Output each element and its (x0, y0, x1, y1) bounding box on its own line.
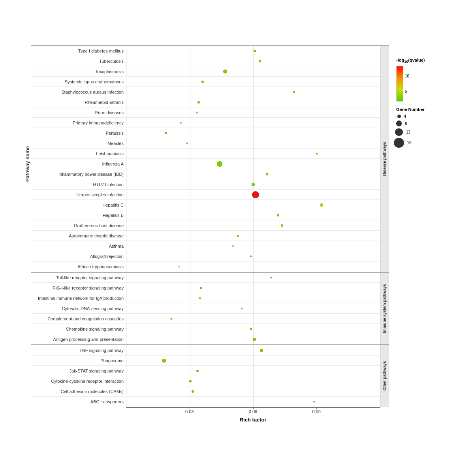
data-dot (201, 81, 204, 83)
grid-row: Antigen processing and presentation (31, 334, 380, 344)
row-label: Cytosolic DNA-sensing pathway (31, 306, 126, 311)
data-dot (180, 122, 182, 124)
vgrid-line (253, 376, 254, 386)
vgrid-line (190, 138, 190, 148)
data-dot (320, 203, 323, 207)
vgrid-line (317, 220, 317, 230)
vgrid-line (253, 87, 254, 97)
row-label: Herpes simplex infection (31, 192, 126, 197)
vgrid-line (190, 293, 190, 303)
row-plot-area (126, 251, 380, 261)
vgrid-line (317, 118, 317, 128)
data-dot (253, 338, 256, 341)
row-label: Measles (31, 141, 126, 146)
vgrid-line (190, 334, 190, 344)
vgrid-line (317, 376, 317, 386)
grid-row: Measles (31, 138, 380, 149)
row-label: Toll-like receptor signaling pathway (31, 275, 126, 280)
row-plot-area (126, 262, 380, 272)
vgrid-line (190, 179, 190, 189)
row-plot-area (126, 107, 380, 117)
vgrid-line (190, 345, 190, 355)
vgrid-line (253, 107, 254, 117)
vgrid-line (253, 77, 254, 87)
row-label: HTLV-I infection (31, 182, 126, 187)
row-label: Leishmaniasis (31, 151, 126, 156)
x-tick: 0.09 (312, 409, 321, 414)
y-axis-label: Pathway name (24, 146, 30, 182)
row-plot-area (126, 283, 380, 293)
vgrid-line (190, 149, 190, 158)
data-dot (270, 277, 272, 278)
row-label: Chemokine signaling pathway (31, 327, 126, 331)
vgrid-line (317, 87, 317, 97)
row-label: Cytokine-cytokine receptor interaction (31, 379, 126, 384)
vgrid-line (190, 251, 190, 261)
vgrid-line (190, 190, 190, 199)
row-label: Complement and coagulation cascades (31, 316, 126, 321)
data-dot (259, 60, 261, 62)
data-dot (277, 214, 279, 216)
grid-row: Staphylococcus aureus infection (31, 87, 380, 97)
row-label: ABC transporters (31, 399, 126, 404)
vgrid-line (190, 87, 190, 97)
data-dot (316, 152, 318, 154)
data-dot (199, 297, 201, 299)
grid-row: Hepatitis B (31, 210, 380, 220)
row-plot-area (126, 345, 380, 355)
section-disease-pathways: Type I diabetes mellitusTuberculosisToxo… (31, 46, 389, 273)
row-label: Hepatitis C (31, 203, 126, 207)
data-dot (198, 101, 200, 103)
vgrid-line (190, 128, 190, 138)
row-plot-area (126, 200, 380, 210)
grid-row: Chemokine signaling pathway (31, 324, 380, 334)
gene-legend-label: 16 (407, 141, 412, 145)
vgrid-line (317, 179, 317, 189)
vgrid-line (317, 97, 317, 107)
data-dot (186, 142, 188, 144)
row-label: Tuberculosis (31, 59, 126, 64)
row-plot-area (126, 97, 380, 107)
vgrid-line (253, 97, 254, 107)
row-label: Influenza A (31, 162, 126, 166)
data-dot (252, 183, 255, 186)
section-immune-system-pathways: Toll-like receptor signaling pathwayRIG-… (31, 273, 389, 345)
grid-row: ABC transporters (31, 397, 380, 407)
grid-row: Toll-like receptor signaling pathway (31, 273, 380, 283)
vgrid-line (190, 366, 190, 376)
vgrid-line (253, 345, 254, 355)
data-dot (313, 401, 315, 403)
data-dot (217, 161, 222, 167)
grid-row: HTLV-I infection (31, 179, 380, 190)
grid-row: Jak-STAT signaling pathway (31, 366, 380, 376)
vgrid-line (190, 314, 190, 324)
row-label: Allograft rejection (31, 254, 126, 259)
color-bar-labels: 10 5 (403, 66, 409, 102)
legend-color-title: -log10(qvalue) (396, 57, 450, 64)
vgrid-line (253, 118, 254, 128)
vgrid-line (253, 251, 254, 261)
section-label-text: Other pathways (382, 361, 387, 391)
vgrid-line (190, 200, 190, 210)
vgrid-line (253, 138, 254, 148)
section-label-disease-pathways: Disease pathways (380, 46, 389, 272)
vgrid-line (190, 303, 190, 313)
vgrid-line (253, 210, 254, 220)
gene-legend-label: 8 (405, 121, 407, 126)
vgrid-line (317, 169, 317, 179)
data-dot (192, 390, 194, 393)
vgrid-line (190, 118, 190, 128)
vgrid-line (253, 262, 254, 272)
vgrid-line (317, 138, 317, 148)
vgrid-line (253, 149, 254, 158)
vgrid-line (190, 386, 190, 396)
grid-row: Influenza A (31, 159, 380, 169)
section-label-immune-system-pathways: Immune system pathways (380, 273, 389, 344)
vgrid-line (317, 273, 317, 282)
vgrid-line (253, 66, 254, 76)
chart-container: Pathway nameType I diabetes mellitusTube… (20, 38, 454, 438)
data-dot (162, 359, 166, 363)
grid-row: Pertussis (31, 128, 380, 138)
row-plot-area (126, 118, 380, 128)
row-plot-area (126, 220, 380, 230)
